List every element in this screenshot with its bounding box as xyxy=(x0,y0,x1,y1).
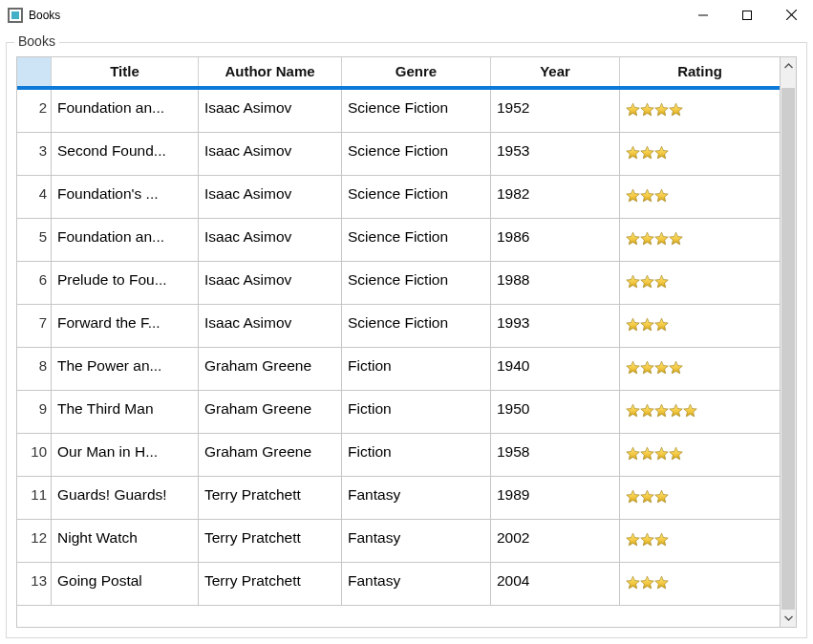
cell-year[interactable]: 1950 xyxy=(491,391,620,433)
cell-rating[interactable] xyxy=(620,133,780,175)
cell-year[interactable]: 1982 xyxy=(491,176,620,218)
col-genre[interactable]: Genre xyxy=(342,57,491,86)
cell-rating[interactable] xyxy=(620,563,780,605)
cell-year[interactable]: 2004 xyxy=(491,563,620,605)
col-title[interactable]: Title xyxy=(52,57,199,86)
table-row[interactable]: 13Going PostalTerry PratchettFantasy2004 xyxy=(17,563,780,606)
cell-title[interactable]: Guards! Guards! xyxy=(52,477,199,519)
minimize-button[interactable] xyxy=(681,0,725,30)
scroll-track[interactable] xyxy=(781,75,796,610)
row-header-corner[interactable] xyxy=(17,57,52,86)
row-number[interactable]: 8 xyxy=(17,348,52,390)
cell-author[interactable]: Graham Greene xyxy=(199,434,342,476)
col-rating[interactable]: Rating xyxy=(620,57,780,86)
cell-year[interactable]: 1989 xyxy=(491,477,620,519)
cell-title[interactable]: Foundation an... xyxy=(52,219,199,261)
scroll-thumb[interactable] xyxy=(781,88,795,610)
cell-rating[interactable] xyxy=(620,477,780,519)
row-number[interactable]: 10 xyxy=(17,434,52,476)
cell-genre[interactable]: Science Fiction xyxy=(342,305,491,347)
cell-author[interactable]: Terry Pratchett xyxy=(199,520,342,562)
cell-genre[interactable]: Science Fiction xyxy=(342,90,491,132)
table-row[interactable]: 5Foundation an...Isaac AsimovScience Fic… xyxy=(17,219,780,262)
table-row[interactable]: 8The Power an...Graham GreeneFiction1940 xyxy=(17,348,780,391)
table-row[interactable]: 7Forward the F...Isaac AsimovScience Fic… xyxy=(17,305,780,348)
table-row[interactable]: 12Night WatchTerry PratchettFantasy2002 xyxy=(17,520,780,563)
cell-title[interactable]: The Third Man xyxy=(52,391,199,433)
cell-author[interactable]: Isaac Asimov xyxy=(199,219,342,261)
cell-rating[interactable] xyxy=(620,520,780,562)
row-number[interactable]: 2 xyxy=(17,90,52,132)
cell-genre[interactable]: Science Fiction xyxy=(342,262,491,304)
table-row[interactable]: 9The Third ManGraham GreeneFiction1950 xyxy=(17,391,780,434)
row-number[interactable]: 13 xyxy=(17,563,52,605)
cell-rating[interactable] xyxy=(620,391,780,433)
row-number[interactable]: 7 xyxy=(17,305,52,347)
table-row[interactable]: 11Guards! Guards!Terry PratchettFantasy1… xyxy=(17,477,780,520)
row-number[interactable]: 6 xyxy=(17,262,52,304)
col-author[interactable]: Author Name xyxy=(199,57,342,86)
close-button[interactable] xyxy=(769,0,813,30)
table-row[interactable]: 6Prelude to Fou...Isaac AsimovScience Fi… xyxy=(17,262,780,305)
cell-author[interactable]: Isaac Asimov xyxy=(199,262,342,304)
cell-year[interactable]: 1993 xyxy=(491,305,620,347)
vertical-scrollbar[interactable] xyxy=(781,56,797,628)
cell-rating[interactable] xyxy=(620,434,780,476)
cell-year[interactable]: 1986 xyxy=(491,219,620,261)
cell-author[interactable]: Isaac Asimov xyxy=(199,133,342,175)
cell-rating[interactable] xyxy=(620,305,780,347)
row-number[interactable]: 3 xyxy=(17,133,52,175)
maximize-button[interactable] xyxy=(725,0,769,30)
cell-genre[interactable]: Fantasy xyxy=(342,520,491,562)
cell-genre[interactable]: Fiction xyxy=(342,434,491,476)
cell-year[interactable]: 1952 xyxy=(491,90,620,132)
scroll-down-button[interactable] xyxy=(781,610,796,627)
cell-author[interactable]: Isaac Asimov xyxy=(199,176,342,218)
cell-genre[interactable]: Fantasy xyxy=(342,563,491,605)
cell-author[interactable]: Terry Pratchett xyxy=(199,477,342,519)
col-year[interactable]: Year xyxy=(491,57,620,86)
cell-author[interactable]: Isaac Asimov xyxy=(199,90,342,132)
cell-author[interactable]: Terry Pratchett xyxy=(199,563,342,605)
table-row[interactable]: 2Foundation an...Isaac AsimovScience Fic… xyxy=(17,90,780,133)
cell-genre[interactable]: Fiction xyxy=(342,391,491,433)
row-number[interactable]: 11 xyxy=(17,477,52,519)
cell-rating[interactable] xyxy=(620,348,780,390)
row-number[interactable]: 9 xyxy=(17,391,52,433)
cell-title[interactable]: Forward the F... xyxy=(52,305,199,347)
cell-rating[interactable] xyxy=(620,262,780,304)
cell-year[interactable]: 1988 xyxy=(491,262,620,304)
cell-year[interactable]: 1953 xyxy=(491,133,620,175)
cell-year[interactable]: 1940 xyxy=(491,348,620,390)
cell-author[interactable]: Graham Greene xyxy=(199,348,342,390)
cell-genre[interactable]: Fantasy xyxy=(342,477,491,519)
cell-author[interactable]: Graham Greene xyxy=(199,391,342,433)
cell-rating[interactable] xyxy=(620,90,780,132)
cell-title[interactable]: Prelude to Fou... xyxy=(52,262,199,304)
cell-genre[interactable]: Science Fiction xyxy=(342,133,491,175)
cell-title[interactable]: Second Found... xyxy=(52,133,199,175)
titlebar[interactable]: Books xyxy=(0,0,813,31)
cell-rating[interactable] xyxy=(620,219,780,261)
cell-title[interactable]: Our Man in H... xyxy=(52,434,199,476)
row-number[interactable]: 5 xyxy=(17,219,52,261)
row-number[interactable]: 12 xyxy=(17,520,52,562)
cell-author[interactable]: Isaac Asimov xyxy=(199,305,342,347)
books-grid[interactable]: Title Author Name Genre Year Rating 2Fou… xyxy=(16,56,781,628)
cell-title[interactable]: The Power an... xyxy=(52,348,199,390)
row-number[interactable]: 4 xyxy=(17,176,52,218)
scroll-up-button[interactable] xyxy=(781,57,796,75)
cell-year[interactable]: 1958 xyxy=(491,434,620,476)
table-row[interactable]: 3Second Found...Isaac AsimovScience Fict… xyxy=(17,133,780,176)
cell-title[interactable]: Going Postal xyxy=(52,563,199,605)
cell-title[interactable]: Foundation's ... xyxy=(52,176,199,218)
cell-genre[interactable]: Science Fiction xyxy=(342,219,491,261)
cell-genre[interactable]: Science Fiction xyxy=(342,176,491,218)
cell-title[interactable]: Night Watch xyxy=(52,520,199,562)
table-row[interactable]: 4Foundation's ...Isaac AsimovScience Fic… xyxy=(17,176,780,219)
cell-genre[interactable]: Fiction xyxy=(342,348,491,390)
cell-title[interactable]: Foundation an... xyxy=(52,90,199,132)
cell-year[interactable]: 2002 xyxy=(491,520,620,562)
cell-rating[interactable] xyxy=(620,176,780,218)
table-row[interactable]: 10Our Man in H...Graham GreeneFiction195… xyxy=(17,434,780,477)
